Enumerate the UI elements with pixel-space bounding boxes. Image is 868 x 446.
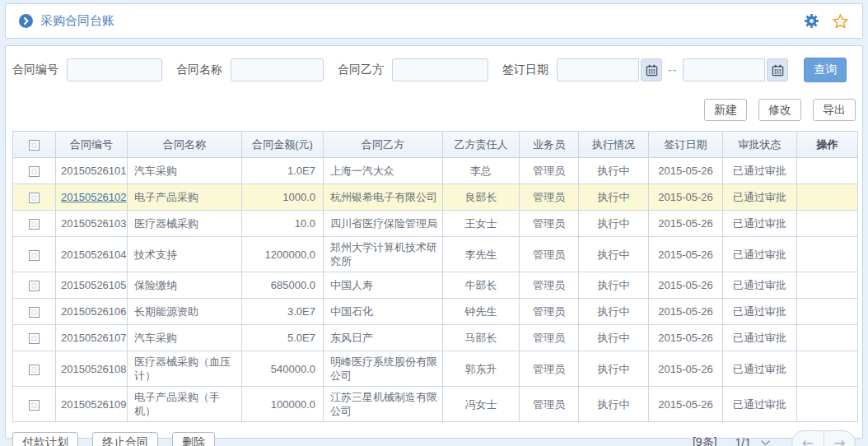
cell-approval: 已通过审批: [723, 325, 797, 351]
column-header: 审批状态: [723, 132, 797, 158]
date-to-input[interactable]: [683, 58, 765, 81]
row-checkbox[interactable]: [29, 166, 40, 177]
export-button[interactable]: 导出: [813, 99, 856, 121]
select-all-checkbox[interactable]: [29, 140, 40, 151]
row-checkbox[interactable]: [29, 250, 40, 261]
cell-contract-name: 电子产品采购: [128, 184, 242, 211]
chevron-down-icon[interactable]: [761, 440, 770, 446]
party-b-label: 合同乙方: [338, 63, 384, 77]
table-row[interactable]: 20150526103医疗器械采购10.0四川省医疗保险管理局王女士管理员执行中…: [13, 211, 858, 237]
cell-salesman: 管理员: [520, 272, 579, 299]
calendar-icon: [646, 64, 658, 77]
row-checkbox-cell: [13, 387, 56, 422]
party-b-input[interactable]: [392, 58, 488, 81]
cell-amount: 3.0E7: [242, 299, 324, 325]
cell-party-b: 中国石化: [324, 299, 443, 325]
cell-sign-date: 2015-05-26: [649, 299, 723, 325]
cell-party-b: 中国人寿: [324, 272, 443, 299]
cell-amount: 10.0: [242, 211, 324, 237]
arrow-right-icon[interactable]: →: [824, 431, 856, 446]
cell-contract-name: 汽车采购: [128, 325, 242, 351]
date-from-input[interactable]: [557, 58, 639, 81]
row-checkbox-cell: [13, 351, 56, 387]
table-row[interactable]: 20150526106长期能源资助3.0E7中国石化钟先生管理员执行中2015-…: [13, 299, 858, 325]
cell-party-b-person: 李先生: [443, 237, 520, 272]
cell-contract-no: 20150526109: [56, 387, 128, 422]
cell-salesman: 管理员: [520, 211, 579, 237]
star-outline-icon[interactable]: [832, 13, 849, 30]
column-header: 合同金额(元): [242, 132, 324, 158]
column-header: 合同名称: [128, 132, 242, 158]
column-header: 乙方责任人: [443, 132, 520, 158]
cell-execution: 执行中: [579, 158, 649, 184]
contract-name-label: 合同名称: [176, 63, 222, 77]
record-count: [9条]: [693, 435, 717, 446]
table-row[interactable]: 20150526109电子产品采购（手机）100000.0江苏三星机械制造有限公…: [13, 387, 858, 422]
row-checkbox[interactable]: [29, 307, 40, 318]
cell-salesman: 管理员: [520, 237, 579, 272]
cell-party-b-person: 冯女士: [443, 387, 520, 422]
cell-approval: 已通过审批: [723, 211, 797, 237]
cell-amount: 685000.0: [242, 272, 324, 299]
cell-sign-date: 2015-05-26: [649, 325, 723, 351]
arrow-left-icon[interactable]: ←: [792, 431, 824, 446]
contract-link[interactable]: 20150526102: [61, 191, 127, 203]
row-checkbox-cell: [13, 184, 56, 211]
table-row[interactable]: 20150526102电子产品采购1000.0杭州银希电子有限公司良部长管理员执…: [13, 184, 858, 211]
terminate-contract-button[interactable]: 终止合同: [92, 432, 158, 446]
table-row[interactable]: 20150526107汽车采购5.0E7东风日产马部长管理员执行中2015-05…: [13, 325, 858, 351]
column-header: 合同编号: [56, 132, 128, 158]
date-from-calendar-button[interactable]: [641, 58, 662, 81]
cell-salesman: 管理员: [520, 158, 579, 184]
table-footer: 付款计划 终止合同 删除 [9条] 1/1 ← →: [12, 430, 856, 446]
table-row[interactable]: 20150526104技术支持1200000.0郑州大学计算机技术研究所李先生管…: [13, 237, 858, 272]
page-indicator: 1/1: [735, 436, 751, 446]
delete-button[interactable]: 删除: [172, 432, 215, 446]
new-button[interactable]: 新建: [704, 99, 747, 121]
contract-no-input[interactable]: [67, 58, 162, 81]
gear-icon[interactable]: [804, 13, 819, 29]
cell-contract-no: 20150526103: [56, 211, 128, 237]
cell-execution: 执行中: [579, 387, 649, 422]
table-row[interactable]: 20150526108医疗器械采购（血压计）540000.0明峰医疗系统股份有限…: [13, 351, 858, 387]
pagination: ← →: [791, 430, 856, 446]
cell-party-b-person: 良部长: [443, 184, 520, 211]
cell-contract-no: 20150526102: [56, 184, 128, 211]
cell-party-b-person: 李总: [443, 158, 520, 184]
cell-contract-name: 电子产品采购（手机）: [128, 387, 242, 422]
cell-contract-name: 医疗器械采购: [128, 211, 242, 237]
row-checkbox[interactable]: [29, 365, 40, 375]
cell-operation: [797, 387, 858, 422]
query-button[interactable]: 查询: [804, 58, 847, 82]
column-header: 业务员: [520, 132, 579, 158]
cell-operation: [797, 158, 858, 184]
row-checkbox[interactable]: [29, 193, 40, 203]
modify-button[interactable]: 修改: [758, 99, 801, 121]
row-checkbox-cell: [13, 325, 56, 351]
row-checkbox[interactable]: [29, 281, 40, 291]
table-row[interactable]: 20150526105保险缴纳685000.0中国人寿牛部长管理员执行中2015…: [13, 272, 858, 299]
circle-arrow-right-icon: [19, 14, 33, 28]
cell-execution: 执行中: [579, 237, 649, 272]
contract-name-input[interactable]: [231, 58, 324, 81]
row-checkbox-cell: [13, 211, 56, 237]
row-checkbox[interactable]: [29, 333, 40, 344]
cell-contract-name: 汽车采购: [128, 158, 242, 184]
cell-amount: 1200000.0: [242, 237, 324, 272]
payment-plan-button[interactable]: 付款计划: [12, 432, 78, 446]
cell-operation: [797, 184, 858, 211]
cell-sign-date: 2015-05-26: [649, 184, 723, 211]
row-checkbox[interactable]: [29, 400, 40, 411]
row-checkbox[interactable]: [29, 219, 40, 230]
cell-sign-date: 2015-05-26: [649, 158, 723, 184]
cell-sign-date: 2015-05-26: [649, 351, 723, 387]
table-header-row: 合同编号合同名称合同金额(元)合同乙方乙方责任人业务员执行情况签订日期审批状态操…: [13, 132, 858, 158]
cell-party-b: 上海一汽大众: [324, 158, 443, 184]
date-to-calendar-button[interactable]: [767, 58, 788, 81]
cell-contract-no: 20150526105: [56, 272, 128, 299]
calendar-icon: [772, 64, 784, 77]
cell-operation: [797, 299, 858, 325]
table-row[interactable]: 20150526101汽车采购1.0E7上海一汽大众李总管理员执行中2015-0…: [13, 158, 858, 184]
cell-contract-no: 20150526101: [56, 158, 128, 184]
cell-operation: [797, 272, 858, 299]
